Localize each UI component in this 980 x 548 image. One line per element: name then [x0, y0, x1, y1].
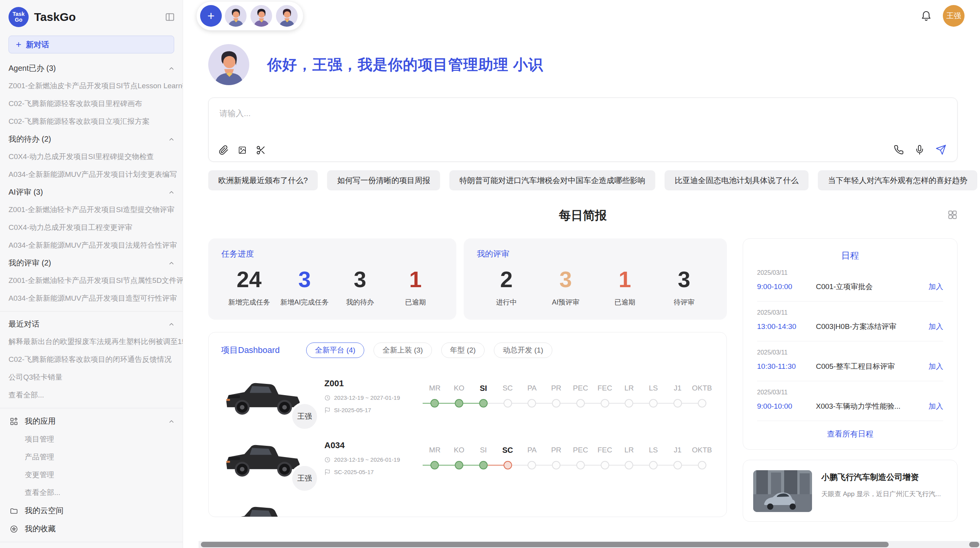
sidebar-subitem[interactable]: 项目管理 [0, 430, 183, 448]
stat-card-title: 任务进度 [221, 248, 443, 259]
sidebar-item-folder[interactable]: 我的云空间 [0, 502, 183, 520]
join-link[interactable]: 加入 [929, 322, 943, 332]
view-all-schedule-link[interactable]: 查看所有日程 [757, 421, 943, 442]
sidebar-item-label: 我的收藏 [25, 524, 175, 534]
horizontal-scrollbar-thumb[interactable] [201, 542, 889, 547]
stat-cards: 任务进度 24 新增完成任务 3 新增AI完成任务 3 我的待办 1 已逾期 我… [208, 238, 727, 320]
user-avatar[interactable]: 王强 [943, 5, 965, 27]
milestone-label: SI [471, 384, 496, 399]
sidebar-item[interactable]: C02-飞腾新能源轻客改款项目里程碑画布 [0, 95, 183, 113]
news-snippet: 天眼查 App 显示，近日广州汇天飞行汽... [821, 490, 941, 499]
dashboard-tab[interactable]: 动总开发 (1) [494, 342, 552, 358]
sidebar-item-people[interactable]: AI超级员工 [0, 546, 183, 548]
phone-call-icon[interactable] [894, 145, 904, 155]
sidebar-collapse-icon[interactable] [165, 12, 175, 22]
sidebar-item[interactable]: C02-飞腾新能源轻客改款项目立项汇报方案 [0, 113, 183, 130]
sidebar-item-star[interactable]: 我的收藏 [0, 520, 183, 538]
project-dashboard-card: 项目Dashboard 全新平台 (4)全新上装 (3)年型 (2)动总开发 (… [208, 332, 727, 517]
image-upload-icon[interactable] [238, 146, 247, 154]
agent-avatar-1[interactable] [224, 4, 247, 27]
project-row[interactable]: 王强 A034 2023-12-19 ~ 2026-01-19 SC-2025-… [221, 434, 714, 482]
sidebar-section-header[interactable]: 我的评审 (2) [0, 254, 183, 272]
milestone: PR [544, 446, 569, 470]
sidebar-item[interactable]: C0X4-动力总成开发项目工程变更评审 [0, 219, 183, 236]
suggestion-chip[interactable]: 比亚迪全固态电池计划具体说了什么 [665, 170, 809, 190]
sidebar-item[interactable]: 查看全部... [0, 386, 183, 404]
suggestion-chip[interactable]: 特朗普可能对进口汽车增税会对中国车企造成哪些影响 [449, 170, 655, 190]
suggestion-chip[interactable]: 欧洲新规最近颁布了什么? [208, 170, 318, 190]
send-icon[interactable] [935, 144, 946, 155]
join-link[interactable]: 加入 [929, 401, 943, 411]
milestone-dot [698, 461, 706, 469]
sidebar-item[interactable]: A034-全新新能源MUV产品开发项目法规符合性评审 [0, 236, 183, 254]
project-owner-badge: 王强 [290, 402, 319, 431]
screenshot-scissors-icon[interactable] [256, 145, 266, 155]
schedule-date: 2025/03/11 [757, 269, 943, 276]
project-name: A034 [324, 440, 421, 450]
chevron-up-icon [168, 136, 175, 143]
sidebar-item[interactable]: 公司Q3轻卡销量 [0, 368, 183, 386]
dashboard-tab[interactable]: 全新上装 (3) [373, 342, 432, 358]
milestone-dot [601, 399, 609, 408]
join-link[interactable]: 加入 [929, 282, 943, 292]
project-name: Z001 [324, 378, 421, 389]
topbar: + 王强 [183, 0, 980, 32]
input-placeholder: 请输入... [219, 108, 946, 119]
suggestion-chip[interactable]: 当下年轻人对汽车外观有怎样的喜好趋势 [818, 170, 977, 190]
greeting-text: 你好，王强，我是你的项目管理助理 小识 [267, 55, 543, 75]
notification-bell-icon[interactable] [920, 10, 932, 22]
sidebar-subitem[interactable]: 变更管理 [0, 466, 183, 484]
news-card[interactable]: 小鹏飞行汽车制造公司增资 天眼查 App 显示，近日广州汇天飞行汽... [743, 460, 958, 522]
agent-avatar-3[interactable] [275, 4, 298, 27]
sidebar-item[interactable]: Z001-全新燃油轻卡产品开发项目SI节点属性5D文件评审 [0, 272, 183, 289]
stat-row: 2 进行中 3 AI预评审 1 已逾期 3 待评审 [477, 265, 714, 307]
project-row[interactable]: 王强 Z001 2023-12-19 ~ 2027-01-19 SI-2025-… [221, 372, 714, 420]
sidebar-item[interactable]: A034-全新新能源MUV产品开发项目造型可行性评审 [0, 289, 183, 307]
stat-card: 我的评审 2 进行中 3 AI预评审 1 已逾期 3 待评审 [464, 238, 727, 320]
project-info: A034 2023-12-19 ~ 2026-01-19 SC-2025-05-… [324, 440, 421, 475]
suggestion-chip[interactable]: 如何写一份清晰的项目周报 [327, 170, 440, 190]
schedule-time: 13:00-14:30 [757, 322, 816, 331]
milestone: PA [520, 446, 544, 470]
project-dates: 2023-12-19 ~ 2026-01-19 [324, 456, 421, 463]
attachment-icon[interactable] [219, 145, 229, 155]
add-agent-button[interactable]: + [200, 5, 222, 27]
right-column: 日程 2025/03/11 9:00-10:00 C001-立项审批会 加入 2… [743, 238, 958, 522]
schedule-date: 2025/03/11 [757, 349, 943, 356]
milestone: SI [471, 384, 496, 408]
layout-grid-icon[interactable] [947, 210, 958, 220]
sidebar-section-header[interactable]: Agent已办 (3) [0, 60, 183, 77]
sidebar-section-header[interactable]: AI评审 (3) [0, 183, 183, 201]
chat-input-box[interactable]: 请输入... [208, 98, 958, 162]
sidebar-item[interactable]: A034-全新新能源MUV产品开发项目计划变更表编写 [0, 166, 183, 183]
project-flag: SC-2025-05-17 [324, 469, 421, 475]
sidebar-item[interactable]: Z001-全新燃油轻卡产品开发项目SI造型提交物评审 [0, 201, 183, 219]
stat-label: 新增AI完成任务 [277, 298, 332, 307]
sidebar-item[interactable]: Z001-全新燃油皮卡产品开发项目SI节点Lesson Learn报告 [0, 77, 183, 95]
microphone-icon[interactable] [915, 145, 925, 155]
new-chat-button[interactable]: + 新对话 [9, 36, 174, 53]
sidebar-subitem[interactable]: 产品管理 [0, 448, 183, 466]
chevron-up-icon [168, 65, 175, 72]
sidebar-subitem[interactable]: 查看全部... [0, 484, 183, 502]
sidebar-item-my-apps[interactable]: 我的应用 [0, 412, 183, 430]
sidebar-item[interactable]: C02-飞腾新能源轻客改款项目的闭环通告反馈情况 [0, 351, 183, 368]
sidebar-item[interactable]: C0X4-动力总成开发项目SI里程碑提交物检查 [0, 148, 183, 166]
flag-icon [324, 469, 331, 475]
milestone-dot [552, 461, 560, 469]
stat: 3 我的待办 [332, 265, 388, 307]
milestone: SC [495, 384, 520, 408]
join-link[interactable]: 加入 [929, 361, 943, 372]
horizontal-scrollbar[interactable] [199, 541, 980, 548]
milestone-dot [649, 399, 658, 408]
milestone: FEC [593, 446, 617, 470]
milestone-label: PA [520, 384, 544, 399]
sidebar-section-header[interactable]: 最近对话 [0, 315, 183, 333]
dashboard-tab[interactable]: 年型 (2) [441, 342, 485, 358]
sidebar-item[interactable]: 解释最新出台的欧盟报废车法规再生塑料比例被调至15%... [0, 333, 183, 351]
sidebar-section-header[interactable]: 我的待办 (2) [0, 130, 183, 148]
folder-icon [9, 507, 19, 515]
project-info: Z001 2023-12-19 ~ 2027-01-19 SI-2025-05-… [324, 378, 421, 413]
agent-avatar-2[interactable] [250, 4, 273, 27]
dashboard-tab[interactable]: 全新平台 (4) [306, 342, 365, 358]
